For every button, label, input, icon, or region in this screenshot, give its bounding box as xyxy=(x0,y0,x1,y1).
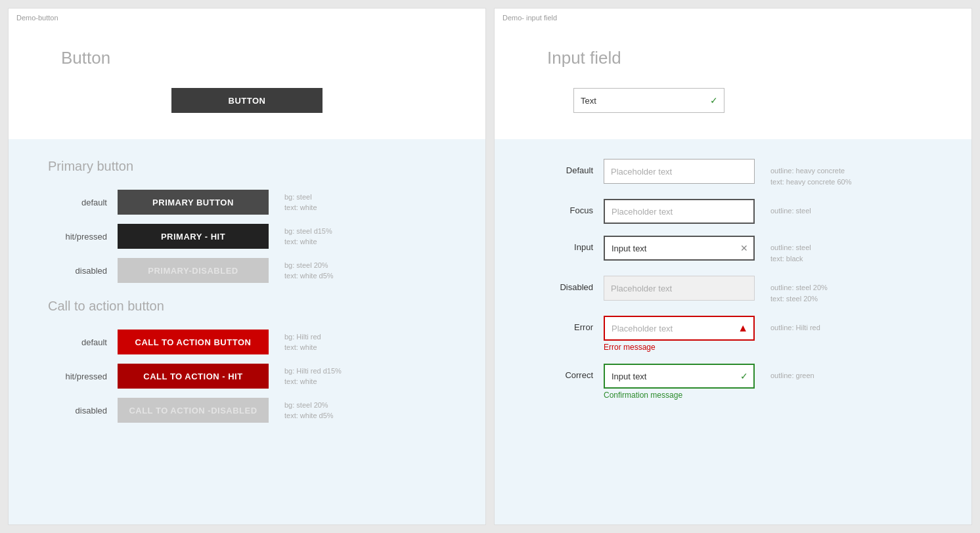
cta-disabled-label: disabled xyxy=(48,406,107,416)
cta-button-heading: Call to action button xyxy=(48,299,446,314)
input-disabled-label: Disabled xyxy=(547,276,593,292)
input-section-heading: Input field xyxy=(547,48,919,68)
input-correct-wrapper: ✓ xyxy=(604,364,755,389)
error-icon: ▲ xyxy=(738,322,748,334)
input-disabled-meta: outline: steel 20%text: steel 20% xyxy=(770,276,828,304)
input-correct-meta: outline: green xyxy=(770,364,814,381)
input-demo-section: Input field ✓ xyxy=(495,9,971,139)
input-focus-wrapper xyxy=(604,199,755,224)
right-panel: Demo- input field Input field ✓ Default … xyxy=(494,8,972,525)
primary-default-meta: bg: steel text: white xyxy=(284,192,317,213)
input-default-wrapper xyxy=(604,159,755,184)
button-specs-section: Primary button default PRIMARY BUTTON bg… xyxy=(9,139,485,524)
cta-disabled-button: CALL TO ACTION -DISABLED xyxy=(118,398,269,423)
input-specs-section: Default outline: heavy concretetext: hea… xyxy=(495,139,971,524)
input-input-col: ✕ xyxy=(604,236,755,261)
primary-hit-row: hit/pressed PRIMARY - HIT bg: steel d15%… xyxy=(48,224,446,249)
confirm-message: Confirmation message xyxy=(604,391,755,400)
input-input-field[interactable] xyxy=(604,236,755,261)
demo-input-field[interactable] xyxy=(573,88,724,113)
cta-hit-button[interactable]: CALL TO ACTION - HIT xyxy=(118,364,269,389)
input-default-row: Default outline: heavy concretetext: hea… xyxy=(547,159,945,187)
primary-disabled-meta: bg: steel 20% text: white d5% xyxy=(284,260,334,282)
input-focus-meta: outline: steel xyxy=(770,199,811,217)
input-disabled-row: Disabled outline: steel 20%text: steel 2… xyxy=(547,276,945,304)
primary-button-heading: Primary button xyxy=(48,159,446,174)
input-default-label: Default xyxy=(547,159,593,175)
demo-checkmark-icon: ✓ xyxy=(710,95,718,106)
input-error-row: Error ▲ Error message outline: Hilti red xyxy=(547,316,945,352)
primary-default-button[interactable]: PRIMARY BUTTON xyxy=(118,190,269,215)
input-correct-label: Correct xyxy=(547,364,593,380)
left-panel-title: Demo-button xyxy=(16,14,58,22)
error-message: Error message xyxy=(604,343,755,352)
cta-hit-label: hit/pressed xyxy=(48,372,107,381)
button-demo-section: Button BUTTON xyxy=(9,9,485,139)
primary-disabled-label: disabled xyxy=(48,266,107,276)
cta-disabled-meta: bg: steel 20% text: white d5% xyxy=(284,400,334,421)
correct-checkmark-icon: ✓ xyxy=(740,371,748,381)
input-correct-col: ✓ Confirmation message xyxy=(604,364,755,400)
button-section-heading: Button xyxy=(61,48,433,68)
input-input-wrapper: ✕ xyxy=(604,236,755,261)
input-correct-row: Correct ✓ Confirmation message outline: … xyxy=(547,364,945,400)
input-error-wrapper: ▲ xyxy=(604,316,755,341)
primary-default-label: default xyxy=(48,198,107,207)
primary-disabled-button: PRIMARY-DISABLED xyxy=(118,258,269,283)
input-disabled-wrapper xyxy=(604,276,755,301)
input-error-col: ▲ Error message xyxy=(604,316,755,352)
input-default-meta: outline: heavy concretetext: heavy concr… xyxy=(770,159,852,187)
input-input-row: Input ✕ outline: steeltext: black xyxy=(547,236,945,264)
input-error-label: Error xyxy=(547,316,593,332)
clear-icon[interactable]: ✕ xyxy=(740,243,748,253)
demo-input-wrapper: ✓ xyxy=(573,88,919,113)
cta-disabled-row: disabled CALL TO ACTION -DISABLED bg: st… xyxy=(48,398,446,423)
input-default-field[interactable] xyxy=(604,159,755,184)
demo-input-field-wrapper: ✓ xyxy=(573,88,724,113)
primary-disabled-row: disabled PRIMARY-DISABLED bg: steel 20% … xyxy=(48,258,446,283)
input-error-field[interactable] xyxy=(604,316,755,341)
input-focus-row: Focus outline: steel xyxy=(547,199,945,224)
primary-default-row: default PRIMARY BUTTON bg: steel text: w… xyxy=(48,190,446,215)
input-disabled-col xyxy=(604,276,755,301)
cta-hit-meta: bg: Hilti red d15% text: white xyxy=(284,366,342,387)
cta-default-row: default CALL TO ACTION BUTTON bg: Hilti … xyxy=(48,330,446,354)
primary-hit-meta: bg: steel d15% text: white xyxy=(284,226,332,247)
cta-default-button[interactable]: CALL TO ACTION BUTTON xyxy=(118,330,269,354)
cta-default-label: default xyxy=(48,337,107,347)
input-default-col xyxy=(604,159,755,184)
cta-default-meta: bg: Hilti red text: white xyxy=(284,331,321,353)
input-focus-col xyxy=(604,199,755,224)
input-focus-label: Focus xyxy=(547,199,593,215)
demo-button-wrapper: BUTTON xyxy=(61,88,433,113)
input-focus-field[interactable] xyxy=(604,199,755,224)
left-panel: Demo-button Button BUTTON Primary button… xyxy=(8,8,486,525)
primary-hit-button[interactable]: PRIMARY - HIT xyxy=(118,224,269,249)
input-disabled-field xyxy=(604,276,755,301)
input-correct-field[interactable] xyxy=(604,364,755,389)
demo-button[interactable]: BUTTON xyxy=(171,88,323,113)
right-panel-title: Demo- input field xyxy=(502,14,557,22)
input-error-meta: outline: Hilti red xyxy=(770,316,820,333)
input-input-meta: outline: steeltext: black xyxy=(770,236,811,264)
input-input-label: Input xyxy=(547,236,593,252)
cta-hit-row: hit/pressed CALL TO ACTION - HIT bg: Hil… xyxy=(48,364,446,389)
primary-hit-label: hit/pressed xyxy=(48,232,107,242)
